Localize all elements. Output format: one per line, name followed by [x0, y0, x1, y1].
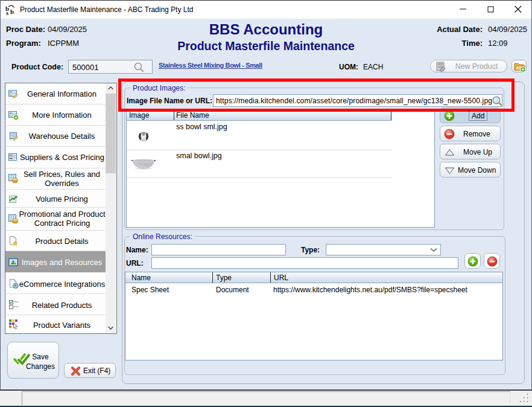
svg-text:b: b: [10, 8, 14, 15]
svg-text:s: s: [6, 10, 8, 16]
